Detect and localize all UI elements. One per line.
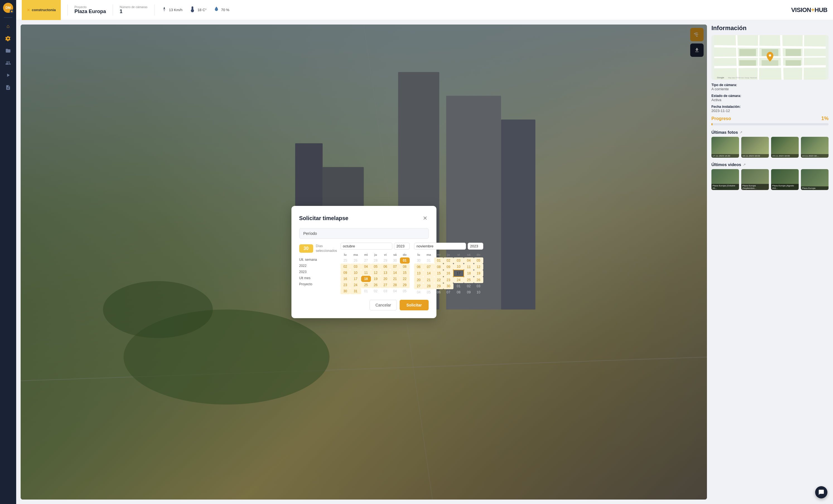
sidebar-item-home[interactable]: ⌂: [3, 21, 13, 31]
cal-cell[interactable]: 13: [380, 270, 390, 276]
cal-cell[interactable]: 16: [444, 270, 453, 277]
sidebar-item-camera[interactable]: [3, 33, 13, 44]
cal-cell[interactable]: 12: [371, 270, 381, 276]
cal-cell[interactable]: 17: [453, 270, 464, 277]
cal-cell[interactable]: 28: [423, 283, 434, 289]
video-thumb-2[interactable]: Plaza Europa (Septiembre...: [741, 169, 769, 190]
cal-cell[interactable]: 14: [423, 270, 434, 277]
cal-cell[interactable]: 02: [464, 283, 474, 289]
cal-cell[interactable]: 08: [400, 263, 410, 270]
cal-cell[interactable]: 14: [390, 270, 400, 276]
cal-cell[interactable]: 20: [414, 277, 424, 283]
cal-cell[interactable]: 21: [390, 276, 400, 282]
cal-cell[interactable]: 30: [390, 257, 400, 263]
cal-cell[interactable]: 02: [340, 263, 350, 270]
october-month-input[interactable]: [340, 243, 392, 250]
cal-cell[interactable]: 27: [414, 283, 424, 289]
cal-cell[interactable]: 19: [474, 270, 483, 277]
preset-2022[interactable]: 2022: [299, 263, 337, 268]
cal-cell[interactable]: 04: [390, 288, 400, 294]
cal-cell[interactable]: 08: [434, 263, 444, 270]
cal-cell[interactable]: 10: [350, 270, 361, 276]
cal-cell[interactable]: 09: [444, 263, 453, 270]
cal-cell[interactable]: 08: [453, 289, 464, 295]
cal-cell[interactable]: 18: [464, 270, 474, 277]
cal-cell[interactable]: 11: [464, 263, 474, 270]
cal-cell[interactable]: 02: [371, 288, 381, 294]
october-year-input[interactable]: [394, 243, 410, 250]
photo-thumb-3[interactable]: 15-11-2023 18:00: [771, 137, 799, 158]
video-thumb-4[interactable]: Plaza Europa: [801, 169, 829, 190]
cal-cell[interactable]: 05: [400, 288, 410, 294]
video-thumb-3[interactable]: Plaza Europa (Agosto 202...: [771, 169, 799, 190]
cal-cell[interactable]: 06: [434, 289, 444, 295]
cal-cell[interactable]: 15: [434, 270, 444, 277]
cal-cell[interactable]: 01: [434, 257, 444, 263]
cal-cell[interactable]: 25: [340, 257, 350, 263]
cal-cell[interactable]: 21: [423, 277, 434, 283]
cal-cell[interactable]: 03: [380, 288, 390, 294]
cal-cell[interactable]: 25: [361, 282, 371, 288]
cal-cell[interactable]: 29: [434, 283, 444, 289]
cal-cell[interactable]: 19: [371, 276, 381, 282]
cal-cell[interactable]: 18: [361, 276, 371, 282]
cal-cell[interactable]: 05: [474, 257, 483, 263]
cal-cell[interactable]: 15: [400, 270, 410, 276]
photo-thumb-4[interactable]: 14-11-2023 18:...: [801, 137, 829, 158]
sidebar-item-report[interactable]: [3, 82, 13, 93]
cal-cell[interactable]: 30: [414, 257, 424, 263]
cal-cell[interactable]: 25: [464, 277, 474, 283]
modal-close-button[interactable]: ✕: [422, 214, 429, 223]
cal-cell[interactable]: 07: [423, 263, 434, 270]
cal-cell[interactable]: 05: [371, 263, 381, 270]
cal-cell[interactable]: 10: [474, 289, 483, 295]
preset-ult-mes[interactable]: Ult mes: [299, 276, 337, 281]
cal-cell[interactable]: 26: [474, 277, 483, 283]
cal-cell[interactable]: 29: [400, 282, 410, 288]
cal-cell[interactable]: 12: [474, 263, 483, 270]
cal-cell[interactable]: 04: [414, 289, 424, 295]
cal-cell[interactable]: 13: [414, 270, 424, 277]
cal-cell[interactable]: 03: [453, 257, 464, 263]
cal-cell[interactable]: 03: [474, 283, 483, 289]
sidebar-item-users[interactable]: [3, 58, 13, 68]
cal-cell[interactable]: 07: [444, 289, 453, 295]
preset-proyecto[interactable]: Proyecto: [299, 282, 337, 287]
cal-cell[interactable]: 05: [423, 289, 434, 295]
periodo-input[interactable]: [299, 228, 429, 239]
cal-cell[interactable]: 01: [453, 283, 464, 289]
cal-cell[interactable]: 01: [361, 288, 371, 294]
cal-cell[interactable]: 28: [390, 282, 400, 288]
cal-cell[interactable]: 24: [453, 277, 464, 283]
video-thumb-1[interactable]: Plaza Europa (Octubre 20...: [711, 169, 739, 190]
cal-cell[interactable]: 31: [350, 288, 361, 294]
cal-cell[interactable]: 23: [340, 282, 350, 288]
cal-cell[interactable]: 07: [390, 263, 400, 270]
photo-thumb-2[interactable]: 16-11-2023 18:03: [741, 137, 769, 158]
photos-external-icon[interactable]: ↗: [740, 130, 742, 134]
cal-cell[interactable]: 06: [414, 263, 424, 270]
cal-cell[interactable]: 24: [350, 282, 361, 288]
cal-cell[interactable]: 04: [464, 257, 474, 263]
november-month-input[interactable]: [414, 243, 466, 250]
submit-button[interactable]: Solicitar: [400, 300, 428, 310]
sidebar-item-folder[interactable]: [3, 46, 13, 56]
preset-2023[interactable]: 2023: [299, 270, 337, 274]
avatar[interactable]: DM: [3, 3, 13, 13]
cal-cell[interactable]: 20: [380, 276, 390, 282]
cal-cell[interactable]: 10: [453, 263, 464, 270]
cal-cell[interactable]: 26: [371, 282, 381, 288]
preset-ult-semana[interactable]: Ult. semana: [299, 257, 337, 262]
cal-cell[interactable]: 22: [434, 277, 444, 283]
cal-cell[interactable]: 01: [400, 257, 410, 263]
cal-cell[interactable]: 11: [361, 270, 371, 276]
cal-cell[interactable]: 26: [350, 257, 361, 263]
cal-cell[interactable]: 09: [340, 270, 350, 276]
sidebar-item-play[interactable]: [3, 70, 13, 80]
chat-button[interactable]: [815, 486, 828, 499]
cal-cell[interactable]: 16: [340, 276, 350, 282]
cal-cell[interactable]: 17: [350, 276, 361, 282]
november-year-input[interactable]: [468, 243, 483, 250]
cal-cell[interactable]: 02: [444, 257, 453, 263]
cal-cell[interactable]: 27: [380, 282, 390, 288]
